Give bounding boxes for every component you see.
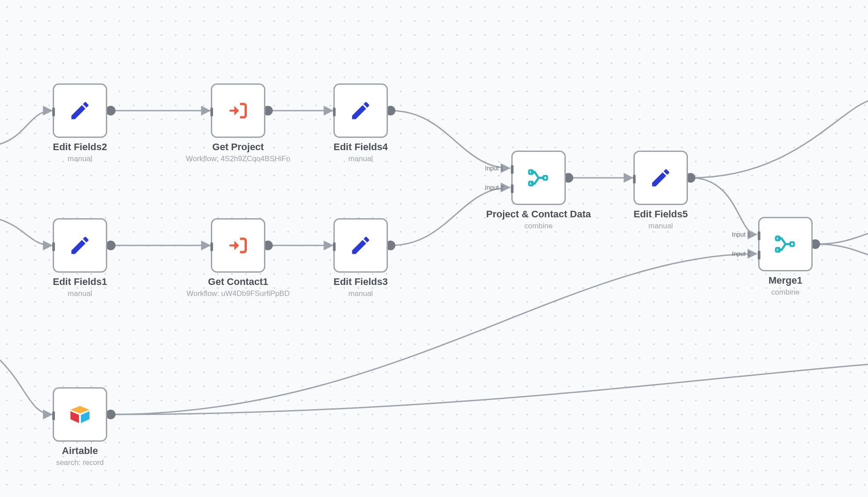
port-label-input-2: Input 2 — [485, 184, 504, 191]
node-get-contact-1[interactable]: Get Contact1 Workflow: uW4Db9FSurfiPpBD — [211, 218, 265, 298]
merge-icon — [774, 233, 797, 256]
node-title: Edit Fields3 — [333, 276, 387, 288]
node-title: Edit Fields5 — [633, 209, 687, 220]
node-subtitle: manual — [648, 222, 673, 230]
node-get-project[interactable]: Get Project Workflow: 4S2h9ZCqo4BSHiFn — [211, 83, 265, 163]
node-edit-fields-5[interactable]: Edit Fields5 manual — [633, 151, 688, 230]
node-subtitle: Workflow: 4S2h9ZCqo4BSHiFn — [186, 155, 290, 163]
svg-point-0 — [106, 106, 116, 115]
pencil-icon — [69, 99, 91, 122]
node-title: Edit Fields1 — [53, 276, 107, 288]
input-port-1[interactable] — [758, 231, 760, 240]
node-box[interactable] — [211, 83, 265, 138]
node-title: Merge1 — [768, 275, 802, 286]
input-port-1[interactable] — [511, 165, 514, 174]
node-edit-fields-4[interactable]: Edit Fields4 manual — [333, 83, 388, 163]
node-subtitle: manual — [348, 155, 373, 163]
node-box[interactable] — [211, 218, 265, 273]
svg-point-3 — [106, 241, 116, 250]
node-merge-1[interactable]: Merge1 combine Input 1 Input 2 — [758, 217, 813, 297]
input-port[interactable] — [210, 108, 213, 116]
node-box[interactable] — [633, 151, 688, 205]
svg-marker-18 — [81, 411, 90, 423]
node-subtitle: manual — [68, 155, 92, 163]
node-edit-fields-3[interactable]: Edit Fields3 manual — [333, 218, 388, 298]
node-title: Get Contact1 — [208, 276, 268, 288]
node-subtitle: search: record — [56, 458, 104, 467]
node-title: Airtable — [62, 445, 98, 457]
node-subtitle: Workflow: uW4Db9FSurfiPpBD — [187, 289, 290, 298]
node-airtable[interactable]: Airtable search: record — [53, 387, 107, 467]
svg-marker-17 — [70, 411, 79, 423]
subworkflow-icon — [227, 234, 250, 257]
node-box[interactable] — [53, 387, 107, 442]
input-port[interactable] — [52, 242, 55, 251]
port-label-input-1: Input 1 — [485, 165, 504, 172]
node-box[interactable] — [333, 83, 388, 138]
airtable-icon — [69, 403, 91, 426]
node-box[interactable] — [333, 218, 388, 273]
node-box[interactable] — [53, 218, 107, 273]
node-subtitle: manual — [348, 289, 373, 298]
node-box[interactable] — [511, 151, 566, 205]
port-label-input-1: Input 1 — [732, 231, 751, 238]
input-port[interactable] — [52, 411, 55, 420]
node-subtitle: manual — [68, 289, 92, 298]
node-title: Get Project — [212, 141, 264, 153]
node-edit-fields-2[interactable]: Edit Fields2 manual — [53, 83, 107, 163]
port-label-input-2: Input 2 — [732, 250, 751, 257]
input-port[interactable] — [633, 175, 636, 184]
input-port[interactable] — [52, 108, 55, 116]
input-port[interactable] — [333, 242, 336, 251]
node-title: Project & Contact Data — [486, 209, 591, 220]
input-port-2[interactable] — [758, 251, 760, 259]
workflow-canvas[interactable]: Edit Fields2 manual Get Project Workflow… — [0, 0, 868, 497]
node-box[interactable] — [758, 217, 813, 271]
input-port[interactable] — [333, 108, 336, 116]
svg-rect-12 — [543, 176, 547, 180]
pencil-icon — [349, 234, 372, 257]
input-port-2[interactable] — [511, 184, 514, 193]
merge-icon — [527, 166, 550, 189]
node-project-contact-data[interactable]: Project & Contact Data combine Input 1 I… — [511, 151, 566, 230]
node-title: Edit Fields4 — [333, 141, 387, 153]
pencil-icon — [649, 166, 672, 189]
node-subtitle: combine — [524, 222, 553, 230]
subworkflow-icon — [227, 99, 250, 122]
node-title: Edit Fields2 — [53, 141, 107, 153]
node-box[interactable] — [53, 83, 107, 138]
input-port[interactable] — [210, 242, 213, 251]
svg-rect-15 — [790, 242, 794, 246]
connections-layer — [0, 0, 868, 497]
node-subtitle: combine — [771, 288, 799, 297]
svg-marker-16 — [70, 406, 89, 414]
node-edit-fields-1[interactable]: Edit Fields1 manual — [53, 218, 107, 298]
svg-point-9 — [106, 410, 116, 419]
pencil-icon — [349, 99, 372, 122]
pencil-icon — [69, 234, 91, 257]
